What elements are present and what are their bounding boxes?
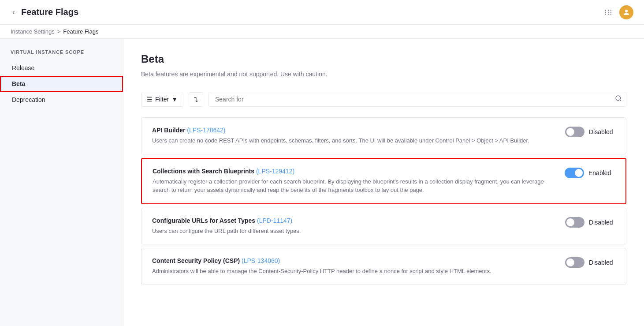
feature-control-api-builder: Disabled xyxy=(565,127,615,137)
main-content: Beta Beta features are experimental and … xyxy=(123,39,644,326)
toggle-csp[interactable] xyxy=(565,257,584,268)
breadcrumb-instance-settings[interactable]: Instance Settings xyxy=(11,28,55,35)
top-header: ‹ Feature Flags ⁝⁝⁝ xyxy=(0,0,644,25)
feature-name-csp: Content Security Policy (CSP) (LPS-13406… xyxy=(152,257,556,264)
sidebar: VIRTUAL INSTANCE SCOPE Release Beta Depr… xyxy=(0,39,123,326)
search-button[interactable] xyxy=(615,95,622,104)
feature-item-configurable-urls: Configurable URLs for Asset Types (LPD-1… xyxy=(141,208,626,245)
feature-desc-api-builder: Users can create no code REST APIs with … xyxy=(152,136,556,145)
toggle-label-configurable-urls: Disabled xyxy=(589,219,615,226)
feature-title-configurable-urls: Configurable URLs for Asset Types xyxy=(152,217,255,224)
user-avatar[interactable] xyxy=(619,5,633,19)
filter-icon: ☰ xyxy=(147,96,153,103)
svg-point-1 xyxy=(616,96,621,101)
feature-ticket-configurable-urls: (LPD-11147) xyxy=(257,217,292,224)
sidebar-item-release-label: Release xyxy=(12,64,34,71)
feature-info-collections: Collections with Search Blueprints (LPS-… xyxy=(153,168,556,195)
sidebar-item-beta-label: Beta xyxy=(12,80,25,87)
feature-desc-csp: Administrators will be able to manage th… xyxy=(152,267,556,276)
content-subtitle: Beta features are experimental and not s… xyxy=(141,71,626,78)
filter-bar: ☰ Filter ▼ ⇅ xyxy=(141,92,626,107)
grid-icon[interactable]: ⁝⁝⁝ xyxy=(604,7,612,17)
feature-ticket-collections: (LPS-129412) xyxy=(256,168,294,175)
header-right: ⁝⁝⁝ xyxy=(604,5,633,19)
feature-name-collections: Collections with Search Blueprints (LPS-… xyxy=(153,168,556,175)
svg-point-0 xyxy=(625,10,628,12)
feature-title-collections: Collections with Search Blueprints xyxy=(153,168,254,175)
filter-label: Filter xyxy=(155,96,169,103)
sidebar-item-deprecation[interactable]: Deprecation xyxy=(0,92,123,108)
filter-button[interactable]: ☰ Filter ▼ xyxy=(141,92,183,107)
toggle-api-builder[interactable] xyxy=(565,127,584,137)
feature-list: API Builder (LPS-178642) Users can creat… xyxy=(141,117,626,289)
layout: VIRTUAL INSTANCE SCOPE Release Beta Depr… xyxy=(0,39,644,326)
toggle-label-collections: Enabled xyxy=(588,169,615,176)
sidebar-item-deprecation-label: Deprecation xyxy=(12,96,45,103)
page-title: Feature Flags xyxy=(21,7,78,17)
content-title: Beta xyxy=(141,53,626,65)
breadcrumb-separator: > xyxy=(57,28,61,35)
feature-title-api-builder: API Builder xyxy=(152,127,185,134)
toggle-collections[interactable] xyxy=(565,168,584,178)
feature-control-configurable-urls: Disabled xyxy=(565,217,615,228)
feature-item-csp: Content Security Policy (CSP) (LPS-13406… xyxy=(141,248,626,285)
sort-icon: ⇅ xyxy=(194,96,198,103)
header-left: ‹ Feature Flags xyxy=(11,6,78,19)
feature-item-api-builder: API Builder (LPS-178642) Users can creat… xyxy=(141,117,626,154)
feature-desc-configurable-urls: Users can configure the URL path for dif… xyxy=(152,227,556,236)
feature-name-configurable-urls: Configurable URLs for Asset Types (LPD-1… xyxy=(152,217,556,224)
toggle-label-api-builder: Disabled xyxy=(589,128,615,135)
feature-info-api-builder: API Builder (LPS-178642) Users can creat… xyxy=(152,127,556,145)
feature-ticket-csp: (LPS-134060) xyxy=(242,257,280,264)
sidebar-section-title: VIRTUAL INSTANCE SCOPE xyxy=(0,46,123,58)
breadcrumb: Instance Settings > Feature Flags xyxy=(0,25,644,39)
search-wrapper xyxy=(208,92,626,107)
feature-ticket-api-builder: (LPS-178642) xyxy=(187,127,225,134)
back-button[interactable]: ‹ xyxy=(11,6,17,19)
toggle-label-csp: Disabled xyxy=(589,259,615,266)
feature-name-api-builder: API Builder (LPS-178642) xyxy=(152,127,556,134)
feature-control-collections: Enabled xyxy=(565,168,615,178)
feature-title-csp: Content Security Policy (CSP) xyxy=(152,257,240,264)
feature-info-configurable-urls: Configurable URLs for Asset Types (LPD-1… xyxy=(152,217,556,236)
feature-control-csp: Disabled xyxy=(565,257,615,268)
search-input[interactable] xyxy=(208,92,626,107)
sidebar-item-beta[interactable]: Beta xyxy=(0,76,123,92)
breadcrumb-current: Feature Flags xyxy=(63,28,98,35)
feature-item-collections: Collections with Search Blueprints (LPS-… xyxy=(141,158,626,204)
feature-info-csp: Content Security Policy (CSP) (LPS-13406… xyxy=(152,257,556,276)
svg-line-2 xyxy=(620,100,621,101)
sidebar-item-release[interactable]: Release xyxy=(0,60,123,76)
sort-button[interactable]: ⇅ xyxy=(189,92,203,107)
toggle-configurable-urls[interactable] xyxy=(565,217,584,228)
feature-desc-collections: Automatically register a collection prov… xyxy=(153,177,556,195)
filter-chevron-icon: ▼ xyxy=(171,96,178,103)
